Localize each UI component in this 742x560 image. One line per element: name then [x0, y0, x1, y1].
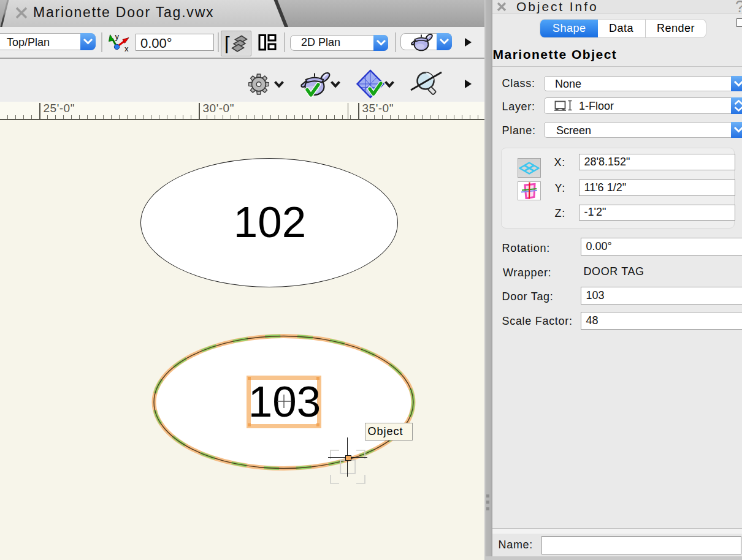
svg-text:[: [ — [224, 33, 230, 53]
svg-text:y: y — [115, 32, 120, 41]
svg-text:x: x — [124, 44, 129, 53]
